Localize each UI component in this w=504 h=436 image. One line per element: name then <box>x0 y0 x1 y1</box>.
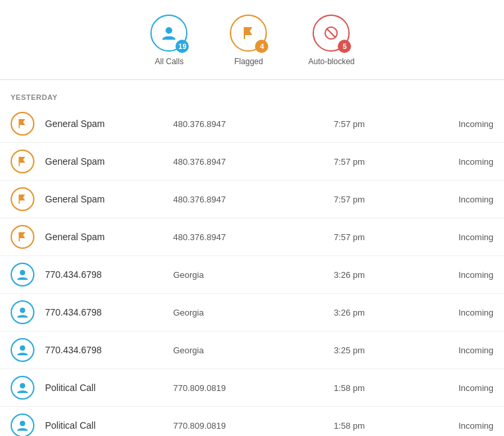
call-time: 3:26 pm <box>301 270 397 280</box>
flagged-icon-wrap: 4 <box>228 13 268 53</box>
call-number: 480.376.8947 <box>173 119 301 129</box>
all-calls-person-svg <box>160 24 178 42</box>
flag-call-icon <box>11 225 34 249</box>
all-calls-label: All Calls <box>155 57 183 66</box>
call-time: 1:58 pm <box>301 383 397 393</box>
flagged-label: Flagged <box>234 57 263 66</box>
call-direction: Incoming <box>397 308 493 318</box>
svg-point-6 <box>20 383 25 388</box>
stat-flagged[interactable]: 4 Flagged <box>228 13 268 66</box>
call-time: 1:58 pm <box>301 421 397 431</box>
auto-blocked-icon-wrap: 5 <box>311 13 351 53</box>
call-row[interactable]: Political Call770.809.08191:58 pmIncomin… <box>0 407 504 436</box>
call-name: 770.434.6798 <box>45 345 173 355</box>
person-call-icon <box>11 338 34 362</box>
call-number: Georgia <box>173 345 301 355</box>
call-number: Georgia <box>173 308 301 318</box>
svg-line-2 <box>327 28 336 38</box>
call-direction: Incoming <box>397 195 493 204</box>
call-name: General Spam <box>45 194 173 204</box>
call-direction: Incoming <box>397 270 493 280</box>
call-time: 7:57 pm <box>301 195 397 204</box>
call-list: General Spam480.376.89477:57 pmIncoming … <box>0 105 504 436</box>
person-call-icon <box>11 376 34 400</box>
svg-point-3 <box>20 270 25 275</box>
call-number: Georgia <box>173 270 301 280</box>
svg-point-0 <box>166 27 172 34</box>
call-row[interactable]: 770.434.6798Georgia3:25 pmIncoming <box>0 331 504 369</box>
stat-all-calls[interactable]: 19 All Calls <box>149 13 189 66</box>
call-time: 7:57 pm <box>301 157 397 167</box>
call-name: General Spam <box>45 118 173 129</box>
flag-call-icon <box>11 187 34 211</box>
call-row[interactable]: 770.434.6798Georgia3:26 pmIncoming <box>0 256 504 294</box>
flag-call-icon <box>11 112 34 136</box>
call-direction: Incoming <box>397 119 493 129</box>
call-row[interactable]: Political Call770.809.08191:58 pmIncomin… <box>0 369 504 407</box>
call-direction: Incoming <box>397 232 493 242</box>
call-row[interactable]: General Spam480.376.89477:57 pmIncoming <box>0 181 504 218</box>
svg-point-4 <box>20 308 25 313</box>
header-divider <box>0 79 504 80</box>
stats-bar: 19 All Calls 4 Flagged <box>0 0 504 73</box>
flagged-badge: 4 <box>255 40 268 53</box>
call-direction: Incoming <box>397 345 493 355</box>
call-number: 480.376.8947 <box>173 157 301 167</box>
call-time: 3:25 pm <box>301 345 397 355</box>
call-direction: Incoming <box>397 157 493 167</box>
call-row[interactable]: General Spam480.376.89477:57 pmIncoming <box>0 105 504 143</box>
svg-point-7 <box>20 421 25 426</box>
call-name: Political Call <box>45 420 173 431</box>
call-direction: Incoming <box>397 421 493 431</box>
stat-auto-blocked[interactable]: 5 Auto-blocked <box>308 13 354 66</box>
auto-blocked-svg <box>322 24 340 42</box>
call-number: 480.376.8947 <box>173 195 301 204</box>
call-time: 7:57 pm <box>301 232 397 242</box>
call-row[interactable]: General Spam480.376.89477:57 pmIncoming <box>0 143 504 181</box>
all-calls-icon-wrap: 19 <box>149 13 189 53</box>
call-row[interactable]: General Spam480.376.89477:57 pmIncoming <box>0 218 504 256</box>
flag-call-icon <box>11 150 34 173</box>
person-call-icon <box>11 263 34 286</box>
call-name: Political Call <box>45 382 173 393</box>
call-direction: Incoming <box>397 383 493 393</box>
svg-point-5 <box>20 345 25 351</box>
call-name: General Spam <box>45 156 173 167</box>
call-time: 3:26 pm <box>301 308 397 318</box>
person-call-icon <box>11 414 34 436</box>
call-name: 770.434.6798 <box>45 307 173 318</box>
call-name: General Spam <box>45 232 173 242</box>
call-name: 770.434.6798 <box>45 269 173 280</box>
section-yesterday: YESTERDAY <box>0 87 504 105</box>
call-number: 770.809.0819 <box>173 383 301 393</box>
all-calls-badge: 19 <box>176 40 189 53</box>
person-call-icon <box>11 300 34 324</box>
call-number: 770.809.0819 <box>173 421 301 431</box>
call-row[interactable]: 770.434.6798Georgia3:26 pmIncoming <box>0 294 504 331</box>
call-number: 480.376.8947 <box>173 232 301 242</box>
flagged-svg <box>239 24 258 42</box>
auto-blocked-label: Auto-blocked <box>308 57 354 66</box>
auto-blocked-badge: 5 <box>338 40 351 53</box>
call-time: 7:57 pm <box>301 119 397 129</box>
